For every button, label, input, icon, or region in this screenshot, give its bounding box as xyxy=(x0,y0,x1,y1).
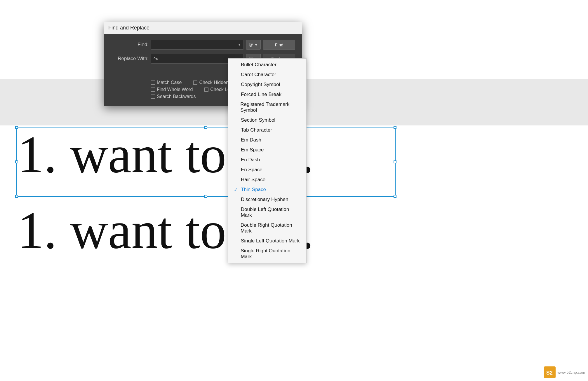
menu-item-forced-line-break[interactable]: Forced Line Break xyxy=(228,90,306,99)
check-locked-box[interactable] xyxy=(204,88,208,92)
menu-label-hair-space: Hair Space xyxy=(241,177,265,183)
menu-label-en-space: En Space xyxy=(241,167,262,173)
checkmark-caret xyxy=(234,72,239,77)
checkmark-discretionary-hyphen xyxy=(234,197,239,202)
menu-item-section-symbol[interactable]: Section Symbol xyxy=(228,115,306,125)
menu-item-discretionary-hyphen[interactable]: Discretionary Hyphen xyxy=(228,195,306,205)
dropdown-menu: Bullet Character Caret Character Copyrig… xyxy=(228,58,307,263)
search-backwards-label: Search Backwards xyxy=(157,94,196,99)
menu-label-em-dash: Em Dash xyxy=(241,137,261,143)
watermark: S2 www.52cnp.com xyxy=(544,366,585,378)
svg-text:S2: S2 xyxy=(546,370,553,376)
checkmark-single-right-quotation xyxy=(234,251,238,256)
menu-label-tab-character: Tab Character xyxy=(241,127,272,133)
menu-item-single-left-quotation[interactable]: Single Left Quotation Mark xyxy=(228,236,306,246)
replace-label: Replace With: xyxy=(111,56,149,62)
search-backwards-box[interactable] xyxy=(151,95,155,99)
check-hidden-label: Check Hidden xyxy=(199,80,229,85)
menu-item-em-dash[interactable]: Em Dash xyxy=(228,135,306,145)
menu-label-forced-line-break: Forced Line Break xyxy=(241,92,281,97)
menu-label-em-space: Em Space xyxy=(241,147,264,153)
check-hidden-checkbox[interactable]: Check Hidden xyxy=(193,80,229,85)
checkmark-double-left-quotation xyxy=(234,210,239,215)
checkmark-en-space xyxy=(234,167,239,172)
menu-label-bullet-character: Bullet Character xyxy=(241,62,276,68)
find-at-arrow: ▼ xyxy=(254,42,258,47)
menu-item-registered-trademark[interactable]: Registered Trademark Symbol xyxy=(228,99,306,115)
menu-item-en-space[interactable]: En Space xyxy=(228,165,306,175)
find-input[interactable] xyxy=(154,42,238,47)
menu-item-caret-character[interactable]: Caret Character xyxy=(228,70,306,80)
match-case-box[interactable] xyxy=(151,81,155,85)
menu-label-double-left-quotation: Double Left Quotation Mark xyxy=(241,207,300,218)
checkmark-double-right-quotation xyxy=(234,226,238,231)
menu-label-caret-character: Caret Character xyxy=(241,72,276,78)
checkmark-single-left-quotation xyxy=(234,238,239,244)
find-whole-word-label: Find Whole Word xyxy=(157,87,193,92)
menu-item-copyright-symbol[interactable]: Copyright Symbol xyxy=(228,80,306,90)
menu-item-double-left-quotation[interactable]: Double Left Quotation Mark xyxy=(228,205,306,220)
dialog-title: Find and Replace xyxy=(108,25,149,31)
match-case-checkbox[interactable]: Match Case xyxy=(151,80,182,85)
menu-label-registered-trademark: Registered Trademark Symbol xyxy=(240,102,300,113)
menu-label-discretionary-hyphen: Discretionary Hyphen xyxy=(241,197,288,202)
checkmark-em-space xyxy=(234,147,239,153)
checkmark-em-dash xyxy=(234,137,239,143)
checkmark-registered-trademark xyxy=(234,105,238,110)
match-case-label: Match Case xyxy=(157,80,182,85)
checkmark-section xyxy=(234,118,239,123)
menu-item-bullet-character[interactable]: Bullet Character xyxy=(228,60,306,70)
menu-item-en-dash[interactable]: En Dash xyxy=(228,155,306,165)
menu-item-double-right-quotation[interactable]: Double Right Quotation Mark xyxy=(228,220,306,236)
checkmark-copyright xyxy=(234,82,239,87)
menu-item-single-right-quotation[interactable]: Single Right Quotation Mark xyxy=(228,246,306,262)
watermark-text: www.52cnp.com xyxy=(557,370,585,375)
find-dropdown-arrow[interactable]: ▼ xyxy=(238,43,241,47)
find-whole-word-box[interactable] xyxy=(151,88,155,92)
checkmark-thin-space: ✓ xyxy=(234,187,239,193)
menu-label-single-right-quotation: Single Right Quotation Mark xyxy=(241,248,300,260)
menu-label-section-symbol: Section Symbol xyxy=(241,117,275,123)
find-whole-word-checkbox[interactable]: Find Whole Word xyxy=(151,87,193,92)
find-at-dropdown[interactable]: @ ▼ xyxy=(246,40,261,50)
find-input-container[interactable]: ▼ xyxy=(151,40,244,50)
menu-item-tab-character[interactable]: Tab Character xyxy=(228,125,306,135)
menu-label-single-left-quotation: Single Left Quotation Mark xyxy=(241,238,300,244)
menu-item-hair-space[interactable]: Hair Space xyxy=(228,175,306,185)
menu-label-double-right-quotation: Double Right Quotation Mark xyxy=(241,222,300,234)
find-row: Find: ▼ @ ▼ Find xyxy=(111,40,295,50)
menu-label-copyright-symbol: Copyright Symbol xyxy=(241,82,280,88)
menu-item-em-space[interactable]: Em Space xyxy=(228,145,306,155)
menu-item-thin-space[interactable]: ✓ Thin Space xyxy=(228,185,306,195)
find-at-symbol: @ xyxy=(249,42,253,47)
checkmark-tab xyxy=(234,127,239,133)
menu-label-en-dash: En Dash xyxy=(241,157,260,163)
checkmark-hair-space xyxy=(234,177,239,182)
find-button[interactable]: Find xyxy=(263,40,295,50)
menu-label-thin-space: Thin Space xyxy=(241,187,266,193)
checkmark-bullet xyxy=(234,62,239,67)
checkmark-en-dash xyxy=(234,157,239,162)
dialog-titlebar: Find and Replace xyxy=(104,22,302,34)
find-label: Find: xyxy=(111,42,149,48)
replace-input[interactable] xyxy=(154,56,238,61)
search-backwards-checkbox[interactable]: Search Backwards xyxy=(151,94,196,99)
watermark-logo: S2 xyxy=(544,366,556,378)
checkmark-forced-line-break xyxy=(234,92,239,97)
check-hidden-box[interactable] xyxy=(193,81,197,85)
